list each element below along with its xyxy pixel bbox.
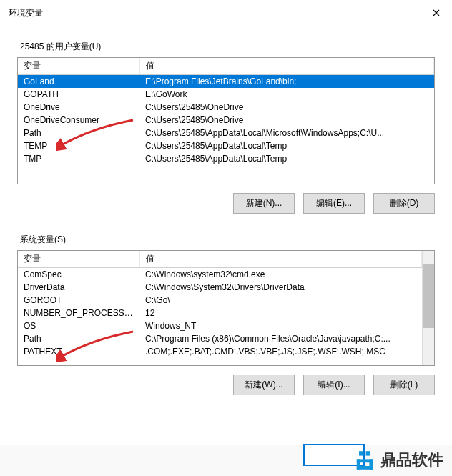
cell-var: TMP	[18, 152, 139, 165]
watermark: 鼎品软件	[353, 449, 443, 472]
cell-val: C:\Users\25485\OneDrive	[139, 101, 434, 114]
user-vars-table-box: 变量 值 GoLandE:\Program Files\JetBrains\Go…	[17, 57, 435, 184]
user-vars-buttons: 新建(N)... 编辑(E)... 删除(D)	[17, 193, 435, 214]
table-row[interactable]: GOROOTC:\Go\	[18, 294, 422, 307]
sys-vars-table[interactable]: 变量 值 ComSpecC:\Windows\system32\cmd.exeD…	[18, 251, 422, 358]
table-row[interactable]: TEMPC:\Users\25485\AppData\Local\Temp	[18, 139, 434, 152]
cell-var: ComSpec	[18, 268, 139, 282]
cell-var: GOPATH	[18, 88, 139, 101]
cell-val: 12	[139, 307, 422, 319]
window-title: 环境变量	[9, 7, 43, 19]
cell-var: OneDriveConsumer	[18, 114, 139, 127]
sys-edit-button[interactable]: 编辑(I)...	[303, 375, 365, 395]
sys-vars-buttons: 新建(W)... 编辑(I)... 删除(L)	[17, 375, 435, 395]
sys-scrollbar-thumb[interactable]	[423, 264, 434, 328]
sys-header-val[interactable]: 值	[139, 251, 422, 268]
user-vars-label: 25485 的用户变量(U)	[17, 41, 435, 53]
close-icon	[433, 9, 440, 16]
cell-val: C:\Go\	[139, 294, 422, 307]
cell-var: DriverData	[18, 281, 139, 294]
table-row[interactable]: TMPC:\Users\25485\AppData\Local\Temp	[18, 152, 434, 165]
cell-var: GoLand	[18, 75, 139, 89]
cell-var: PATHEXT	[18, 345, 139, 358]
close-button[interactable]	[428, 4, 445, 21]
user-delete-button[interactable]: 删除(D)	[373, 193, 435, 214]
cell-var: Path	[18, 332, 139, 345]
sys-vars-label: 系统变量(S)	[17, 234, 435, 246]
svg-rect-5	[357, 466, 373, 470]
svg-rect-0	[359, 451, 363, 455]
table-row[interactable]: DriverDataC:\Windows\System32\Drivers\Dr…	[18, 281, 422, 294]
user-vars-table[interactable]: 变量 值 GoLandE:\Program Files\JetBrains\Go…	[18, 58, 434, 165]
table-row[interactable]: OneDriveC:\Users\25485\OneDrive	[18, 101, 434, 114]
dialog-content: 25485 的用户变量(U) 变量 值 GoLandE:\Program Fil…	[0, 26, 452, 410]
user-header-var[interactable]: 变量	[18, 58, 139, 75]
cell-val: C:\Users\25485\AppData\Local\Temp	[139, 139, 434, 152]
table-row[interactable]: PathC:\Users\25485\AppData\Local\Microso…	[18, 127, 434, 139]
cell-val: C:\Users\25485\OneDrive	[139, 114, 434, 127]
watermark-logo-icon	[353, 449, 376, 472]
cell-val: C:\Windows\system32\cmd.exe	[139, 268, 422, 282]
watermark-text: 鼎品软件	[380, 450, 443, 471]
sys-header-var[interactable]: 变量	[18, 251, 139, 268]
table-row[interactable]: NUMBER_OF_PROCESSORS12	[18, 307, 422, 319]
cell-val: C:\Users\25485\AppData\Local\Microsoft\W…	[139, 127, 434, 139]
cell-val: Windows_NT	[139, 319, 422, 332]
user-edit-button[interactable]: 编辑(E)...	[303, 193, 365, 214]
table-row[interactable]: GoLandE:\Program Files\JetBrains\GoLand\…	[18, 75, 434, 89]
cell-var: OneDrive	[18, 101, 139, 114]
table-row[interactable]: PathC:\Program Files (x86)\Common Files\…	[18, 332, 422, 345]
user-new-button[interactable]: 新建(N)...	[233, 193, 295, 214]
table-row[interactable]: PATHEXT.COM;.EXE;.BAT;.CMD;.VBS;.VBE;.JS…	[18, 345, 422, 358]
cell-var: GOROOT	[18, 294, 139, 307]
cell-val: C:\Program Files (x86)\Common Files\Orac…	[139, 332, 422, 345]
cell-val: .COM;.EXE;.BAT;.CMD;.VBS;.VBE;.JS;.JSE;.…	[139, 345, 422, 358]
cell-val: C:\Windows\System32\Drivers\DriverData	[139, 281, 422, 294]
sys-vars-table-box: 变量 值 ComSpecC:\Windows\system32\cmd.exeD…	[17, 250, 435, 366]
table-row[interactable]: GOPATHE:\GoWork	[18, 88, 434, 101]
cell-val: E:\Program Files\JetBrains\GoLand\bin;	[139, 75, 434, 89]
table-row[interactable]: ComSpecC:\Windows\system32\cmd.exe	[18, 268, 422, 282]
sys-scrollbar[interactable]	[422, 251, 434, 365]
table-row[interactable]: OneDriveConsumerC:\Users\25485\OneDrive	[18, 114, 434, 127]
sys-delete-button[interactable]: 删除(L)	[373, 375, 435, 395]
titlebar: 环境变量	[0, 0, 452, 26]
svg-rect-1	[366, 451, 370, 455]
cell-var: TEMP	[18, 139, 139, 152]
table-row[interactable]: OSWindows_NT	[18, 319, 422, 332]
cell-val: C:\Users\25485\AppData\Local\Temp	[139, 152, 434, 165]
user-header-val[interactable]: 值	[139, 58, 434, 75]
cell-var: NUMBER_OF_PROCESSORS	[18, 307, 139, 319]
cell-val: E:\GoWork	[139, 88, 434, 101]
cell-var: OS	[18, 319, 139, 332]
sys-new-button[interactable]: 新建(W)...	[233, 375, 295, 395]
cell-var: Path	[18, 127, 139, 139]
